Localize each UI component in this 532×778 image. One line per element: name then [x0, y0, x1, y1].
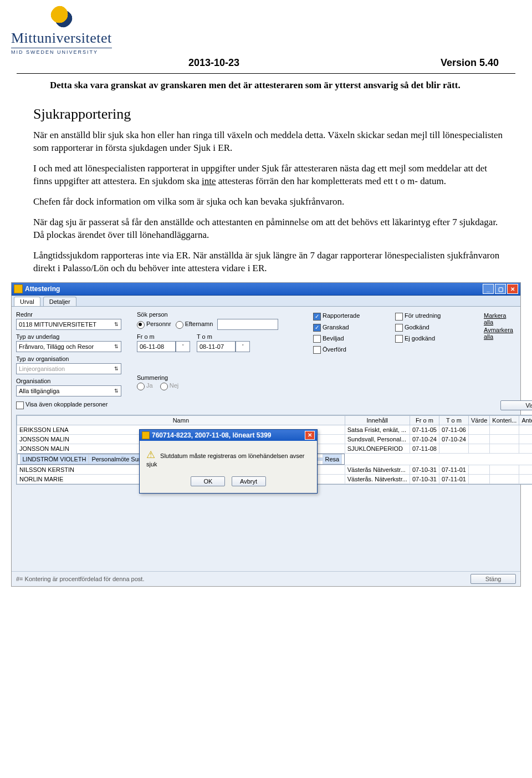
chk-granskad[interactable]: Granskad	[313, 324, 391, 332]
app-icon	[14, 284, 23, 293]
dialog-icon	[142, 431, 150, 439]
link-avmarkera-alla[interactable]: Avmarkera alla	[484, 327, 513, 340]
col-header[interactable]: Fr o m	[410, 415, 439, 425]
tabstrip: Urval Detaljer	[12, 296, 520, 307]
col-header[interactable]: Namn	[17, 415, 345, 425]
sok-person-label: Sök person	[137, 311, 303, 318]
intro-paragraph: Detta ska vara granskat av granskaren me…	[33, 79, 504, 92]
tab-detaljer[interactable]: Detaljer	[43, 297, 76, 306]
paragraph-3: Chefen får dock information om vilka som…	[33, 196, 504, 209]
logo-subtitle: MID SWEDEN UNIVERSITY	[11, 48, 112, 55]
typ-org-label: Typ av organisation	[16, 355, 127, 362]
doc-version: Version 5.40	[441, 57, 499, 69]
dialog-ok-button[interactable]: OK	[191, 476, 225, 486]
tom-picker[interactable]: ˅	[236, 341, 250, 352]
efternamn-radio[interactable]: Efternamn	[176, 321, 213, 328]
summering-ja[interactable]: Ja	[137, 382, 153, 389]
sok-person-input[interactable]	[217, 319, 278, 330]
paragraph-5: Långtidssjukdom rapporteras inte via ER.…	[33, 250, 504, 275]
dialog-message: Slutdatum måste registreras om lönehände…	[146, 452, 305, 467]
from-picker[interactable]: ˅	[176, 341, 190, 352]
typ-org-select[interactable]: Linjeorganisation⇅	[16, 363, 121, 374]
rednr-label: Rednr	[16, 311, 127, 318]
close-button[interactable]: ✕	[507, 284, 518, 294]
divider	[17, 73, 515, 74]
tom-label: T o m	[197, 333, 250, 340]
maximize-button[interactable]: ▢	[495, 284, 506, 294]
section-heading: Sjukrapportering	[33, 104, 504, 124]
logo-name: Mittuniversitetet	[11, 30, 112, 47]
chk-godkand[interactable]: Godkänd	[395, 324, 473, 332]
summering-nej[interactable]: Nej	[160, 382, 179, 389]
logo: Mittuniversitetet MID SWEDEN UNIVERSITY	[11, 6, 112, 55]
chk-rapporterade[interactable]: Rapporterade	[313, 312, 391, 320]
tom-input[interactable]	[197, 341, 236, 352]
tab-urval[interactable]: Urval	[14, 297, 40, 306]
from-label: Fr o m	[137, 333, 190, 340]
from-input[interactable]	[137, 341, 176, 352]
titlebar: Attestering _ ▢ ✕	[12, 283, 520, 296]
chk-for-utredning[interactable]: För utredning	[395, 312, 473, 320]
window-title: Attestering	[25, 285, 60, 293]
organisation-label: Organisation	[16, 378, 127, 384]
col-header[interactable]: Innehåll	[345, 415, 410, 425]
dialog-cancel-button[interactable]: Avbryt	[232, 476, 266, 486]
chk-ej-godkand[interactable]: Ej godkänd	[395, 335, 473, 343]
typ-underlag-label: Typ av underlag	[16, 333, 127, 340]
doc-date: 2013-10-23	[188, 57, 239, 69]
link-markera-alla[interactable]: Markera alla	[484, 312, 513, 326]
minimize-button[interactable]: _	[483, 284, 494, 294]
dialog-close-button[interactable]: ✕	[305, 431, 315, 440]
personnr-radio[interactable]: Personnr	[137, 321, 171, 328]
btn-stang[interactable]: Stäng	[470, 574, 516, 584]
col-header[interactable]: Värde	[468, 415, 489, 425]
warning-dialog: 760714-8223, 2007-11-08, löneart 5399 ✕ …	[139, 429, 318, 494]
dialog-title: 760714-8223, 2007-11-08, löneart 5399	[152, 431, 272, 439]
status-text: #= Kontering är procentfördelad för denn…	[16, 576, 144, 582]
col-header[interactable]: T o m	[439, 415, 468, 425]
paragraph-2: I och med att lönespecialisten rapporter…	[33, 162, 504, 188]
paragraph-1: När en anställd blir sjuk ska hon eller …	[33, 129, 504, 155]
paragraph-4: När dag sju är passerat så får den anstä…	[33, 216, 504, 242]
rednr-select[interactable]: 0118 MITTUNIVERSITETET⇅	[16, 319, 121, 330]
col-header[interactable]: Konteri...	[490, 415, 519, 425]
okopplade-checkbox[interactable]: Visa även okopplade personer	[16, 401, 127, 409]
chk-beviljad[interactable]: Beviljad	[313, 335, 391, 343]
logo-swirl-icon	[50, 6, 73, 28]
chk-overford[interactable]: Överförd	[313, 346, 391, 354]
summering-label: Summering	[137, 374, 303, 381]
col-header[interactable]: Anteck	[519, 415, 532, 425]
warning-icon: ⚠	[146, 449, 155, 460]
typ-underlag-select[interactable]: Frånvaro, Tillägg och Resor⇅	[16, 341, 121, 352]
visa-button[interactable]: Visa	[500, 400, 532, 410]
organisation-select[interactable]: Alla tillgängliga⇅	[16, 385, 121, 396]
app-window: Attestering _ ▢ ✕ Urval Detaljer Rednr 0…	[11, 282, 521, 586]
